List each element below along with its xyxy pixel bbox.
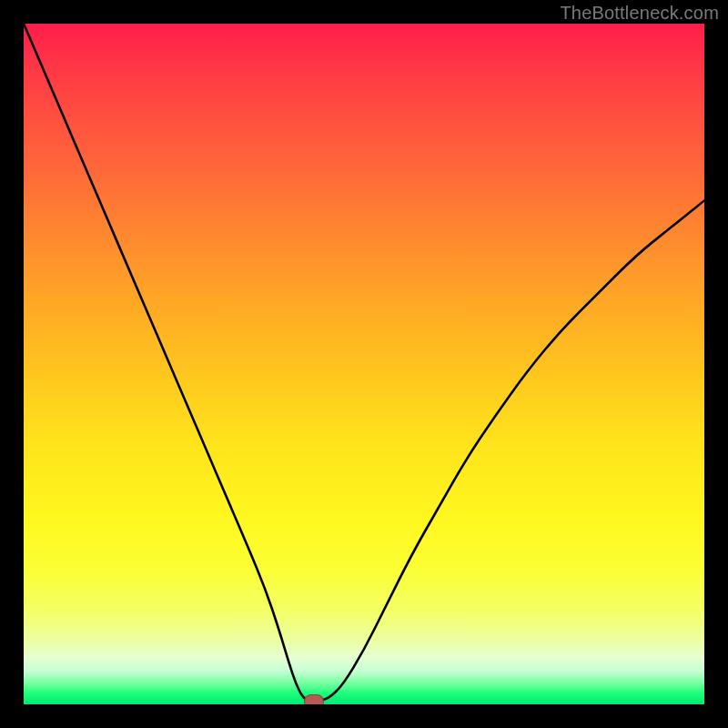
optimum-marker — [304, 694, 324, 704]
plot-area — [24, 24, 704, 704]
watermark-text: TheBottleneck.com — [560, 3, 719, 24]
chart-frame: TheBottleneck.com — [0, 0, 728, 728]
bottleneck-curve — [24, 24, 704, 704]
